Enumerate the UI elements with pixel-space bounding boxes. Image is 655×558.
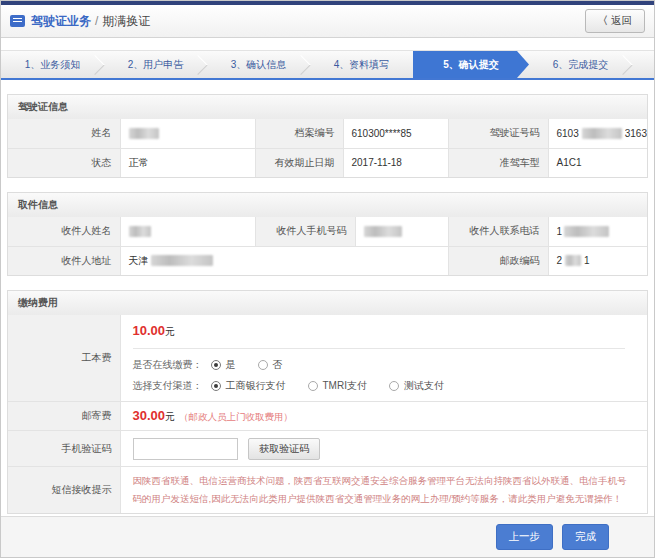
table-row: 姓名 档案编号 610300****85 驾驶证号码 61033163X <box>8 119 647 148</box>
main-content: 驾驶证信息 姓名 档案编号 610300****85 驾驶证号码 6103316… <box>1 80 654 514</box>
postage-fee-label: 邮寄费 <box>8 402 120 431</box>
back-button-label: 返回 <box>611 14 632 26</box>
table-row: 状态 正常 有效期止日期 2017-11-18 准驾车型 A1C1 <box>8 148 647 177</box>
page-title: 驾驶证业务 <box>31 13 91 30</box>
name-value <box>120 119 255 148</box>
radio-channel-test[interactable]: 测试支付 <box>389 379 444 393</box>
redacted-license-no <box>582 128 622 139</box>
table-row: 短信接收提示 因陕西省联通、电信运营商技术问题，陕西省互联网交通安全综合服务管理… <box>8 467 647 514</box>
archive-no-value: 610300****85 <box>343 119 448 148</box>
radio-selected-icon <box>211 381 221 391</box>
recipient-tel-value: 1 <box>548 217 647 246</box>
redacted-tel <box>564 226 609 237</box>
sms-notice-text: 因陕西省联通、电信运营商技术问题，陕西省互联网交通安全综合服务管理平台无法向持陕… <box>133 472 636 508</box>
payment-section-title: 缴纳费用 <box>8 291 647 315</box>
radio-selected-icon <box>211 360 221 370</box>
chevron-left-icon: 〈 <box>598 14 609 26</box>
finish-button[interactable]: 完成 <box>562 524 609 550</box>
radio-unselected-icon <box>308 381 318 391</box>
step-4-fill-materials[interactable]: 4、资料填写 <box>310 51 413 78</box>
radio-unselected-icon <box>258 360 268 370</box>
recipient-name-value <box>120 217 255 246</box>
step-1-business-notice[interactable]: 1、业务须知 <box>1 51 104 78</box>
radio-online-no[interactable]: 否 <box>258 358 283 372</box>
license-info-table: 姓名 档案编号 610300****85 驾驶证号码 61033163X 状态 … <box>8 119 647 177</box>
postage-fee-cell: 30.00元（邮政人员上门收取费用） <box>120 402 647 431</box>
redacted-name <box>129 128 159 139</box>
production-fee-amount: 10.00元 <box>133 323 636 339</box>
step-5-confirm-submit[interactable]: 5、确认提交 <box>413 51 529 78</box>
back-button[interactable]: 〈返回 <box>585 9 646 33</box>
pickup-section-title: 取件信息 <box>8 193 647 217</box>
license-no-value: 61033163X <box>548 119 647 148</box>
table-row: 邮寄费 30.00元（邮政人员上门收取费用） <box>8 402 647 431</box>
production-fee-cell: 10.00元 是否在线缴费： 是 否 选择支付渠道： 工商银行支付 TMRI支付… <box>120 315 647 402</box>
pickup-info-table: 收件人姓名 收件人手机号码 收件人联系电话 1 收件人地址 天津 邮政编码 21 <box>8 217 647 275</box>
radio-unselected-icon <box>389 381 399 391</box>
online-pay-radio-group: 是否在线缴费： 是 否 <box>133 358 636 372</box>
redacted-recipient-name <box>129 226 151 237</box>
recipient-address-label: 收件人地址 <box>8 246 120 275</box>
captcha-cell: 获取验证码 <box>120 431 647 467</box>
status-value: 正常 <box>120 148 255 177</box>
pickup-info-section: 取件信息 收件人姓名 收件人手机号码 收件人联系电话 1 收件人地址 天津 邮政… <box>7 192 648 276</box>
redacted-mobile <box>364 226 402 237</box>
captcha-input[interactable] <box>133 438 238 460</box>
table-row: 工本费 10.00元 是否在线缴费： 是 否 选择支付渠道： 工商银行支付 TM… <box>8 315 647 402</box>
app-window: 驾驶证业务 / 期满换证 〈返回 1、业务须知 2、用户申告 3、确认信息 4、… <box>0 0 655 558</box>
radio-channel-tmri[interactable]: TMRI支付 <box>308 379 367 393</box>
radio-channel-icbc[interactable]: 工商银行支付 <box>211 379 286 393</box>
online-pay-caption: 是否在线缴费： <box>133 358 203 372</box>
recipient-mobile-label: 收件人手机号码 <box>255 217 355 246</box>
license-no-label: 驾驶证号码 <box>448 119 548 148</box>
payment-section: 缴纳费用 工本费 10.00元 是否在线缴费： 是 否 选择支付渠道 <box>7 290 648 514</box>
table-row: 收件人姓名 收件人手机号码 收件人联系电话 1 <box>8 217 647 246</box>
redacted-zip <box>565 255 581 266</box>
page-header: 驾驶证业务 / 期满换证 〈返回 <box>1 5 654 38</box>
license-info-section: 驾驶证信息 姓名 档案编号 610300****85 驾驶证号码 6103316… <box>7 94 648 178</box>
step-progress-bar: 1、业务须知 2、用户申告 3、确认信息 4、资料填写 5、确认提交 6、完成提… <box>1 50 654 80</box>
vehicle-type-value: A1C1 <box>548 148 647 177</box>
sms-notice-cell: 因陕西省联通、电信运营商技术问题，陕西省互联网交通安全综合服务管理平台无法向持陕… <box>120 467 647 514</box>
breadcrumb-separator: / <box>95 14 98 28</box>
recipient-mobile-value <box>355 217 448 246</box>
recipient-address-value: 天津 <box>120 246 448 275</box>
document-list-icon <box>10 15 25 27</box>
breadcrumb-current: 期满换证 <box>102 13 150 30</box>
redacted-address <box>151 255 213 266</box>
divider <box>133 348 625 349</box>
get-captcha-button[interactable]: 获取验证码 <box>248 438 320 460</box>
step-3-confirm-info[interactable]: 3、确认信息 <box>207 51 310 78</box>
recipient-tel-label: 收件人联系电话 <box>448 217 548 246</box>
expiry-label: 有效期止日期 <box>255 148 343 177</box>
sms-notice-label: 短信接收提示 <box>8 467 120 514</box>
previous-step-button[interactable]: 上一步 <box>496 524 554 550</box>
postage-note: （邮政人员上门收取费用） <box>179 411 293 422</box>
vehicle-type-label: 准驾车型 <box>448 148 548 177</box>
archive-no-label: 档案编号 <box>255 119 343 148</box>
expiry-value: 2017-11-18 <box>343 148 448 177</box>
recipient-name-label: 收件人姓名 <box>8 217 120 246</box>
pay-channel-radio-group: 选择支付渠道： 工商银行支付 TMRI支付 测试支付 <box>133 379 636 393</box>
captcha-label: 手机验证码 <box>8 431 120 467</box>
payment-table: 工本费 10.00元 是否在线缴费： 是 否 选择支付渠道： 工商银行支付 TM… <box>8 315 647 513</box>
zip-code-label: 邮政编码 <box>448 246 548 275</box>
radio-online-yes[interactable]: 是 <box>211 358 236 372</box>
pay-channel-caption: 选择支付渠道： <box>133 379 203 393</box>
table-row: 手机验证码 获取验证码 <box>8 431 647 467</box>
status-label: 状态 <box>8 148 120 177</box>
step-2-user-declaration[interactable]: 2、用户申告 <box>104 51 207 78</box>
zip-code-value: 21 <box>548 246 647 275</box>
table-row: 收件人地址 天津 邮政编码 21 <box>8 246 647 275</box>
production-fee-label: 工本费 <box>8 315 120 402</box>
footer-action-bar: 上一步 完成 <box>1 516 654 557</box>
license-section-title: 驾驶证信息 <box>8 95 647 119</box>
name-label: 姓名 <box>8 119 120 148</box>
step-6-finish-submit[interactable]: 6、完成提交 <box>529 51 632 78</box>
